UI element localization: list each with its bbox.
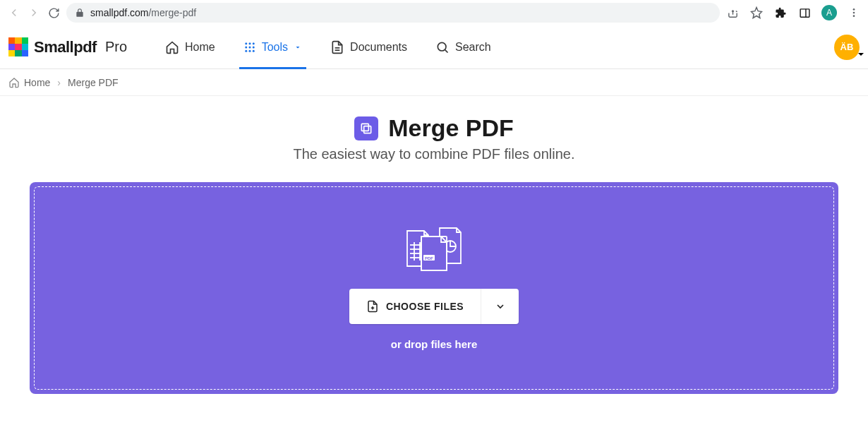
breadcrumb-home-label: Home <box>24 77 50 88</box>
side-panel-icon[interactable] <box>797 6 812 20</box>
page-title: Merge PDF <box>388 114 514 142</box>
file-plus-icon <box>366 300 379 313</box>
address-text: smallpdf.com/merge-pdf <box>90 7 196 18</box>
logo-icon <box>8 37 28 57</box>
svg-point-16 <box>438 42 446 51</box>
svg-rect-0 <box>800 8 809 16</box>
svg-line-17 <box>445 49 448 52</box>
choose-files-label: CHOOSE FILES <box>386 301 464 312</box>
breadcrumb: Home › Merge PDF <box>0 69 868 96</box>
main-content: Merge PDF The easiest way to combine PDF… <box>0 96 868 394</box>
drop-zone[interactable]: PDF CHOOSE FILES or drop files here <box>30 182 838 394</box>
breadcrumb-home[interactable]: Home <box>8 77 50 88</box>
site-nav: Smallpdf Pro Home Tools Documents Search… <box>0 25 868 69</box>
choose-files-dropdown[interactable] <box>481 289 519 324</box>
apps-grid-icon <box>243 41 256 54</box>
search-icon <box>435 40 450 54</box>
nav-home[interactable]: Home <box>161 25 219 69</box>
svg-point-6 <box>248 42 251 44</box>
reload-icon[interactable] <box>47 6 61 20</box>
breadcrumb-separator: › <box>57 77 61 88</box>
brand-logo[interactable]: Smallpdf Pro <box>8 37 127 57</box>
user-avatar[interactable]: ÄB <box>834 35 860 60</box>
nav-search[interactable]: Search <box>431 25 495 69</box>
home-icon <box>8 77 20 88</box>
page-subtitle: The easiest way to combine PDF files onl… <box>30 146 838 162</box>
svg-point-9 <box>248 46 251 48</box>
share-icon[interactable] <box>725 6 740 20</box>
address-bar[interactable]: smallpdf.com/merge-pdf <box>66 3 720 23</box>
svg-rect-18 <box>362 124 369 131</box>
breadcrumb-current: Merge PDF <box>68 77 119 88</box>
menu-icon[interactable] <box>847 6 861 20</box>
svg-point-13 <box>252 49 254 52</box>
nav-tools[interactable]: Tools <box>239 25 306 69</box>
nav-tools-label: Tools <box>262 41 288 54</box>
svg-point-4 <box>853 15 855 17</box>
svg-rect-19 <box>364 126 371 133</box>
back-icon[interactable] <box>7 6 21 20</box>
brand-name: Smallpdf <box>34 38 97 56</box>
browser-toolbar: smallpdf.com/merge-pdf A <box>0 0 868 25</box>
svg-point-3 <box>853 12 855 14</box>
choose-files-button[interactable]: CHOOSE FILES <box>349 289 481 324</box>
browser-profile-avatar[interactable]: A <box>821 5 837 20</box>
forward-icon[interactable] <box>27 6 41 20</box>
star-icon[interactable] <box>749 6 764 20</box>
svg-point-2 <box>853 8 855 11</box>
documents-icon <box>330 40 344 54</box>
nav-documents[interactable]: Documents <box>326 25 411 69</box>
brand-tier: Pro <box>105 39 127 55</box>
lock-icon <box>75 8 85 18</box>
svg-point-8 <box>245 46 247 48</box>
home-icon <box>165 40 179 54</box>
svg-point-11 <box>245 49 247 52</box>
svg-point-10 <box>252 46 254 48</box>
svg-point-7 <box>252 42 254 44</box>
chevron-down-icon <box>294 43 302 52</box>
nav-home-label: Home <box>185 41 215 54</box>
nav-documents-label: Documents <box>350 41 407 54</box>
files-illustration-icon: PDF <box>400 227 468 275</box>
merge-pdf-icon <box>354 116 378 140</box>
nav-search-label: Search <box>455 41 491 54</box>
extensions-icon[interactable] <box>773 6 788 20</box>
svg-point-5 <box>245 42 247 44</box>
svg-text:PDF: PDF <box>425 256 433 260</box>
svg-point-12 <box>248 49 251 52</box>
drop-hint: or drop files here <box>391 338 478 350</box>
